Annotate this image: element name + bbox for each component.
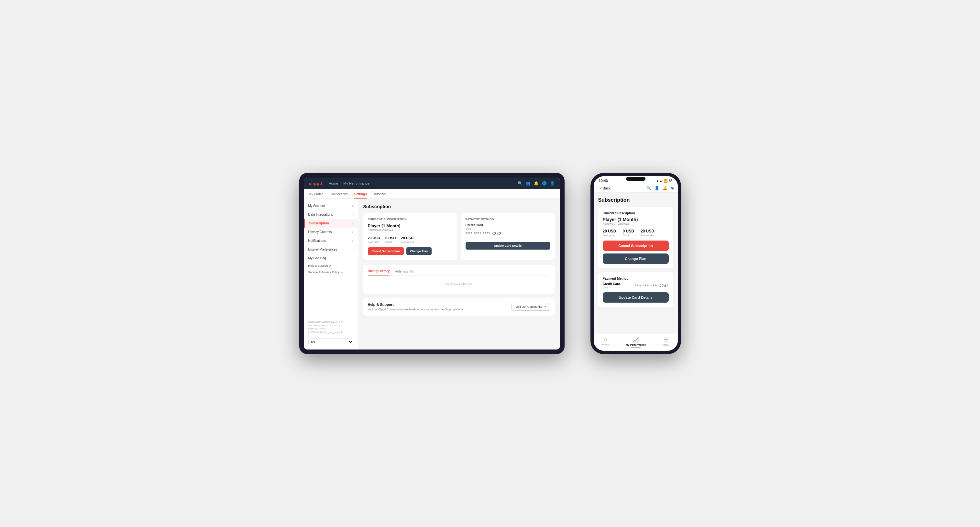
phone-change-plan-button[interactable]: Change Plan [603,254,669,264]
update-card-details-button[interactable]: Update Card Details [466,242,550,249]
users-icon[interactable]: 👥 [526,181,531,186]
phone-subscription-card: Current Subscription Player (1 Month) Re… [598,207,673,268]
phone-add-icon[interactable]: ⊕ [671,186,674,190]
phone-current-subscription-label: Current Subscription [603,211,669,215]
phone-nav-home-label: Home [602,343,609,346]
base-price-col: 20 USD Base price [368,235,380,243]
phone-payment-method-card: Payment Method Credit Card Visa **** ***… [598,272,673,307]
sidebar-item-notifications[interactable]: Notifications › [304,237,358,245]
page-title: Subscription [363,204,555,209]
search-icon[interactable]: 🔍 [518,181,522,186]
phone-cancel-subscription-button[interactable]: Cancel Subscription [603,241,669,251]
tablet-main: Subscription Current Subscription Player… [358,199,560,349]
phone-device: 10:43 ▲▲ 📶 85 ‹ < Back 🔍 👤 🔔 ⊕ Subscr [590,173,681,354]
phone-plan-name: Player (1 Month) [603,217,669,222]
phone-status-icons: ▲▲ 📶 85 [656,179,673,183]
sidebar-item-my-golf-bag[interactable]: My Golf Bag › [304,254,358,262]
phone-base-price-col: 20 USD Base price [603,228,616,237]
phone-bottom-nav: ⌂ Home 📈 My Performance ☰ Menu [594,334,678,351]
help-support-card: Help & Support Visit the Clippd Communit… [363,298,555,316]
nav-link-home[interactable]: Home [329,181,338,185]
tab-connections[interactable]: Connections [330,192,348,198]
back-button[interactable]: ‹ < Back [598,186,611,190]
phone-credit-value: 0 USD [623,229,634,233]
chevron-right-icon: › [352,248,353,251]
nav-underline-indicator [631,348,641,348]
phone-nav-menu-label: Menu [663,343,669,346]
phone-plan-amounts: 20 USD Base price 0 USD Credit 20 USD Am… [603,228,669,237]
plan-name: Player (1 Month) [368,224,453,228]
tab-settings[interactable]: Settings [354,192,367,198]
phone-base-price-label: Base price [603,234,616,237]
credit-col: 0 USD Credit [385,235,396,243]
back-arrow-icon: ‹ [598,186,599,190]
sidebar-link-privacy-policy[interactable]: Service & Privacy Policy ↗ [304,269,358,275]
visit-community-button[interactable]: Visit Our Community ↗ [511,303,550,311]
phone-payment-type-brand: Credit Card Visa [603,282,620,289]
change-plan-button[interactable]: Change Plan [406,247,432,255]
tab-tutorials[interactable]: Tutorials [373,192,386,198]
billing-tabs: Billing History Referrals 0 [368,269,550,276]
help-description: Visit the Clippd Community to troublesho… [368,308,464,311]
plan-renew-date: Renews on 25/07/23 [368,228,453,232]
sidebar-footer: Clippd Client Version: 2023.07.6-8 GQL S… [304,318,358,337]
phone-nav-performance-label: My Performance [626,343,646,346]
phone-amount-due-label: Amount due [641,234,654,237]
phone-time: 10:43 [599,179,608,183]
phone-update-card-button[interactable]: Update Card Details [603,292,669,303]
current-subscription-card: Current Subscription Player (1 Month) Re… [363,213,457,260]
tablet-tabs: My Profile Connections Settings Tutorial… [304,189,560,199]
sidebar-item-display-preferences[interactable]: Display Preferences › [304,245,358,254]
phone-bell-icon[interactable]: 🔔 [663,186,667,190]
payment-card-number: **** **** **** 4242 [466,232,550,236]
subscription-buttons: Cancel Subscription Change Plan [368,247,453,255]
phone-payment-type: Credit Card [603,282,620,286]
tablet-nav-icons: 🔍 👥 🔔 🌐 👤 [518,181,555,186]
sidebar-item-subscription[interactable]: Subscription › [304,219,358,228]
cancel-subscription-button[interactable]: Cancel Subscription [368,247,404,255]
help-text: Help & Support Visit the Clippd Communit… [368,303,464,311]
tablet-device: clippd Home My Performance 🔍 👥 🔔 🌐 👤 My … [299,173,565,354]
phone-payment-brand: Visa [603,286,620,289]
globe-icon[interactable]: 🌐 [542,181,547,186]
sidebar-item-data-integrations[interactable]: Data Integrations › [304,210,358,219]
phone-nav-menu[interactable]: ☰ Menu [663,337,669,348]
menu-icon: ☰ [663,337,668,343]
tablet-screen: clippd Home My Performance 🔍 👥 🔔 🌐 👤 My … [304,178,560,349]
tablet-logo: clippd [309,181,322,186]
payment-method-card: Payment Method Credit Card Visa **** ***… [461,213,555,260]
phone-notch [626,177,646,181]
tab-my-profile[interactable]: My Profile [309,192,323,198]
plan-amounts: 20 USD Base price 0 USD Credit 20 USD Am… [368,235,453,243]
chevron-right-icon: › [352,213,353,216]
user-avatar-icon[interactable]: 👤 [550,181,555,186]
amount-due-label: Amount due [401,241,414,243]
phone-nav-performance[interactable]: 📈 My Performance [626,337,646,348]
help-title: Help & Support [368,303,464,306]
phone-screen: 10:43 ▲▲ 📶 85 ‹ < Back 🔍 👤 🔔 ⊕ Subscr [594,176,678,351]
phone-nav-home[interactable]: ⌂ Home [602,337,609,348]
tablet-navbar: clippd Home My Performance 🔍 👥 🔔 🌐 👤 [304,178,560,189]
phone-user-icon[interactable]: 👤 [654,186,659,190]
chevron-right-icon: › [352,230,353,234]
bell-icon[interactable]: 🔔 [534,181,539,186]
tab-billing-history[interactable]: Billing History [368,269,390,275]
sidebar-item-my-account[interactable]: My Account › [304,202,358,210]
performance-icon: 📈 [633,337,639,343]
chevron-right-icon: › [352,204,353,208]
phone-payment-method-label: Payment Method [603,277,669,280]
signal-icon: ▲▲ [656,179,663,183]
tablet-sidebar: My Account › Data Integrations › Subscri… [304,199,358,349]
phone-search-icon[interactable]: 🔍 [646,186,651,190]
chevron-right-icon: › [352,239,353,243]
tablet-body: My Account › Data Integrations › Subscri… [304,199,560,349]
nav-link-performance[interactable]: My Performance [343,181,369,185]
language-select[interactable]: EN [308,338,353,345]
sidebar-link-help[interactable]: Help & Support ↗ [304,262,358,269]
sidebar-item-privacy-controls[interactable]: Privacy Controls › [304,228,358,237]
phone-card-number: **** **** **** 4242 [635,284,668,288]
tab-referrals[interactable]: Referrals 0 [395,269,414,275]
payment-type: Credit Card [466,224,550,227]
no-invoices-message: No Invoices Found [368,279,550,289]
phone-credit-label: Credit [623,234,634,237]
